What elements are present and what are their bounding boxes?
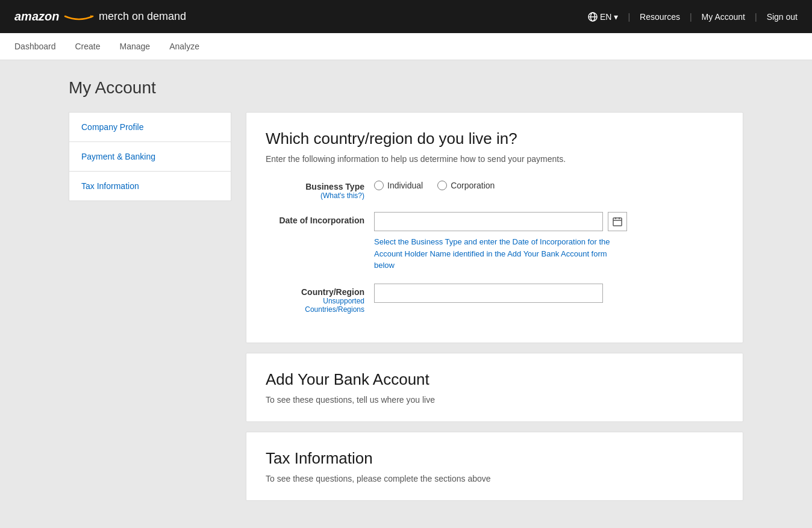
separator-2: | [690,12,692,22]
brand-suffix: merch on demand [99,10,186,23]
separator-3: | [755,12,757,22]
country-input[interactable] [374,284,603,303]
tax-card-subtitle: To see these questions, please complete … [266,474,723,483]
amazon-brand: amazon [14,10,95,23]
date-input[interactable] [374,212,603,231]
bank-card: Add Your Bank Account To see these quest… [246,353,743,422]
svg-rect-4 [613,218,622,226]
page-title: My Account [69,78,743,98]
unsupported-link[interactable]: Unsupported Countries/Regions [266,297,364,314]
country-card: Which country/region do you live in? Ent… [246,112,743,343]
sidebar: Company Profile Payment & Banking Tax In… [69,112,231,501]
country-label: Country/Region [266,287,364,297]
date-input-wrapper [374,212,723,231]
calendar-button[interactable] [608,212,627,231]
corporation-option[interactable]: Corporation [437,181,495,190]
date-label-group: Date of Incorporation [266,212,374,225]
language-label: EN [600,12,611,22]
country-row: Country/Region Unsupported Countries/Reg… [266,284,723,314]
bank-card-subtitle: To see these questions, tell us where yo… [266,395,723,405]
topbar-right: EN ▾ | Resources | My Account | Sign out [588,12,798,22]
country-label-group: Country/Region Unsupported Countries/Reg… [266,284,374,314]
individual-option[interactable]: Individual [374,181,423,190]
radio-group: Individual Corporation [374,178,723,190]
logo: amazon merch on demand [14,10,186,23]
individual-radio[interactable] [374,181,384,190]
date-row: Date of Incorporation [266,212,723,272]
country-controls [374,284,723,303]
subnav: Dashboard Create Manage Analyze [0,33,812,60]
resources-link[interactable]: Resources [640,12,680,22]
calendar-icon [613,217,622,226]
business-type-row: Business Type (What's this?) Individual … [266,178,723,200]
main-content: Which country/region do you live in? Ent… [246,112,743,501]
sidebar-item-payment-banking[interactable]: Payment & Banking [69,141,231,171]
business-type-controls: Individual Corporation [374,178,723,190]
globe-icon [588,12,598,22]
signout-link[interactable]: Sign out [767,12,798,22]
tax-card-title: Tax Information [266,449,723,468]
tax-card: Tax Information To see these questions, … [246,432,743,501]
language-selector[interactable]: EN ▾ [588,12,618,22]
date-controls: Select the Business Type and enter the D… [374,212,723,272]
business-type-label: Business Type [266,182,364,191]
footer-buttons: Save Save & Continue [0,519,812,529]
bank-card-title: Add Your Bank Account [266,370,723,389]
country-card-title: Which country/region do you live in? [266,129,723,148]
topbar: amazon merch on demand EN ▾ | Resources … [0,0,812,33]
page-content: My Account Company Profile Payment & Ban… [45,60,767,519]
nav-create[interactable]: Create [75,42,101,51]
business-type-label-group: Business Type (What's this?) [266,178,374,200]
nav-dashboard[interactable]: Dashboard [14,42,56,51]
individual-label: Individual [387,181,423,190]
separator-1: | [628,12,630,22]
date-help-text: Select the Business Type and enter the D… [374,236,615,272]
country-card-subtitle: Enter the following information to help … [266,154,723,164]
nav-analyze[interactable]: Analyze [169,42,199,51]
myaccount-link[interactable]: My Account [702,12,745,22]
lang-chevron[interactable]: ▾ [614,12,618,22]
date-label: Date of Incorporation [266,216,364,225]
corporation-label: Corporation [451,181,495,190]
corporation-radio[interactable] [437,181,447,190]
whats-this-link[interactable]: (What's this?) [266,191,364,200]
sidebar-item-company-profile[interactable]: Company Profile [69,112,231,141]
sidebar-item-tax-information[interactable]: Tax Information [69,171,231,201]
nav-manage[interactable]: Manage [120,42,151,51]
layout: Company Profile Payment & Banking Tax In… [69,112,743,501]
